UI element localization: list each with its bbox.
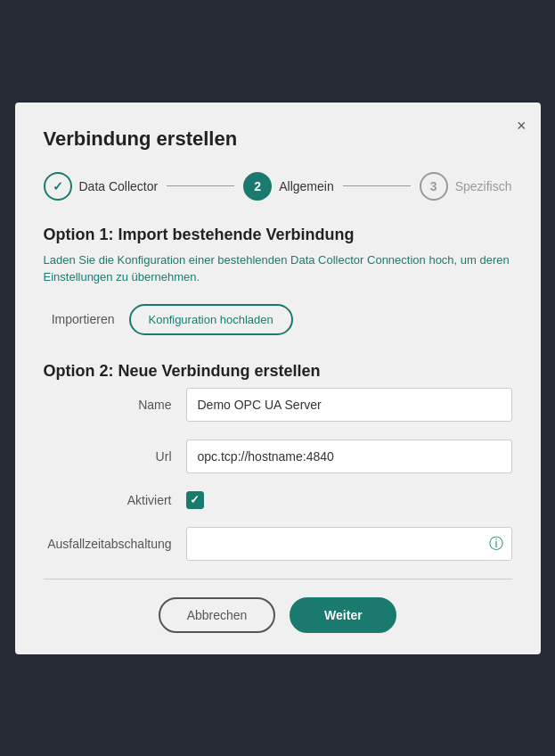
- step-2-circle: 2: [243, 172, 272, 201]
- option1-description: Laden Sie die Konfiguration einer besteh…: [44, 251, 512, 286]
- check-icon: ✓: [53, 179, 63, 193]
- next-button[interactable]: Weiter: [290, 597, 396, 633]
- step-2-label: Allgemein: [279, 179, 333, 193]
- ausfallzeit-input[interactable]: [186, 527, 512, 561]
- stepper: ✓ Data Collector 2 Allgemein 3 Spezifisc…: [44, 172, 512, 201]
- info-icon: ⓘ: [489, 534, 503, 553]
- url-input[interactable]: [186, 440, 512, 473]
- ausfallzeit-row: Ausfallzeitabschaltung ⓘ: [44, 527, 512, 561]
- option1-section: Option 1: Import bestehende Verbindung L…: [44, 226, 512, 335]
- aktiviert-row: Aktiviert: [44, 491, 512, 509]
- step-1: ✓ Data Collector: [44, 172, 159, 201]
- import-label: Importieren: [44, 312, 115, 326]
- step-3-label: Spezifisch: [455, 179, 512, 193]
- import-row: Importieren Konfiguration hochladen: [44, 304, 512, 335]
- cancel-button[interactable]: Abbrechen: [159, 597, 276, 633]
- option2-title: Option 2: Neue Verbindung erstellen: [44, 362, 512, 381]
- step-2-number: 2: [254, 179, 261, 193]
- step-3-circle: 3: [420, 172, 448, 201]
- modal-footer: Abbrechen Weiter: [44, 579, 512, 633]
- step-1-circle: ✓: [44, 172, 72, 201]
- ausfallzeit-label: Ausfallzeitabschaltung: [44, 537, 186, 551]
- close-button[interactable]: ×: [517, 117, 526, 136]
- name-input[interactable]: [186, 388, 512, 422]
- aktiviert-checkbox[interactable]: [186, 491, 204, 509]
- option2-section: Option 2: Neue Verbindung erstellen Name…: [44, 362, 512, 561]
- name-label: Name: [44, 398, 186, 412]
- modal-title: Verbindung erstellen: [44, 127, 512, 151]
- url-label: Url: [44, 449, 186, 464]
- upload-config-button[interactable]: Konfiguration hochladen: [129, 304, 293, 335]
- step-3: 3 Spezifisch: [420, 172, 512, 201]
- aktiviert-checkbox-wrapper: [186, 491, 204, 509]
- step-2: 2 Allgemein: [243, 172, 333, 201]
- url-row: Url: [44, 440, 512, 473]
- modal-dialog: × Verbindung erstellen ✓ Data Collector …: [15, 103, 541, 654]
- name-row: Name: [44, 388, 512, 422]
- aktiviert-label: Aktiviert: [44, 493, 186, 507]
- step-connector-1: [167, 185, 234, 186]
- step-connector-2: [343, 185, 411, 186]
- step-1-label: Data Collector: [79, 179, 159, 193]
- ausfallzeit-input-wrapper: ⓘ: [186, 527, 512, 561]
- modal-overlay: × Verbindung erstellen ✓ Data Collector …: [0, 0, 555, 756]
- step-3-number: 3: [430, 179, 437, 193]
- option1-title: Option 1: Import bestehende Verbindung: [44, 226, 512, 244]
